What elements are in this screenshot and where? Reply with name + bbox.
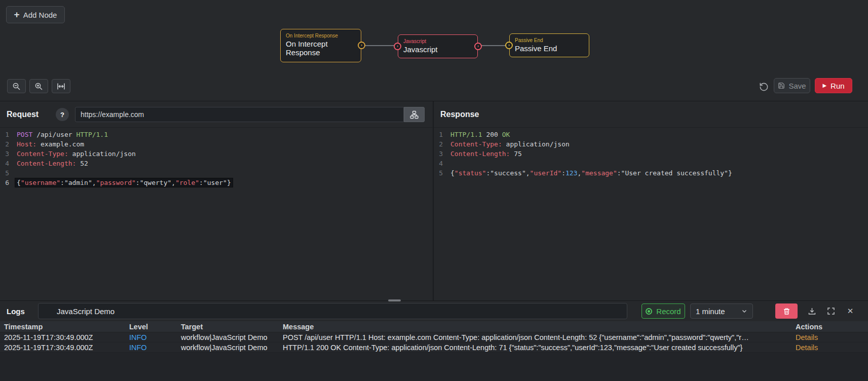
col-message: Message [283,323,796,331]
code-line: Content-Length: 52 [17,159,433,168]
response-editor[interactable]: 12345 HTTP/1.1 200 OKContent-Type: appli… [434,128,868,300]
line-number: 1 [434,130,447,139]
logs-title: Logs [7,307,25,316]
node-type-label: Passive End [515,37,584,43]
record-button[interactable]: Record [641,303,685,319]
save-label: Save [788,82,806,90]
record-label: Record [656,307,681,316]
save-icon [778,82,785,89]
sitemap-button[interactable] [404,107,425,122]
code-line [450,159,868,168]
zoom-fit-button[interactable] [52,79,70,93]
log-message: POST /api/user HTTP/1.1 Host: example.co… [283,333,796,341]
log-timestamp: 2025-11-19T17:30:49.000Z [4,344,129,352]
col-timestamp: Timestamp [4,323,129,331]
sitemap-icon [410,110,419,119]
code-line: Content-Type: application/json [17,149,433,159]
input-port[interactable]: › [394,43,401,50]
logs-search-input[interactable] [38,303,627,319]
node-on-intercept-response[interactable]: On Intercept Response On Intercept Respo… [280,29,361,62]
clear-logs-button[interactable] [775,303,798,319]
node-type-label: Javascript [403,39,472,44]
log-row: 2025-11-19T17:30:49.000ZINFOworkflow|Jav… [0,342,868,353]
code-line: {"status":"success","userId":123,"messag… [450,168,868,178]
logs-table-header: Timestamp Level Target Message Actions [0,321,868,332]
response-header: Response [434,101,868,128]
download-logs-button[interactable] [804,304,820,318]
zoom-in-icon [34,82,43,91]
input-port[interactable]: › [505,42,513,49]
close-icon: ✕ [847,307,854,316]
log-message: HTTP/1.1 200 OK Content-Type: applicatio… [283,344,796,352]
output-port[interactable]: › [358,42,365,49]
output-port[interactable]: › [474,43,482,50]
response-panel: Response 12345 HTTP/1.1 200 OKContent-Ty… [434,101,868,300]
response-title: Response [440,110,479,119]
col-target: Target [181,323,283,331]
undo-icon [759,82,769,92]
col-level: Level [129,323,181,331]
help-button[interactable]: ? [56,108,69,121]
node-title: On Intercept Response [286,40,356,57]
save-button[interactable]: Save [774,78,810,93]
line-number: 1 [0,130,14,139]
line-number: 5 [434,168,447,178]
node-javascript[interactable]: Javascript Javascript › › [398,34,478,58]
log-level: INFO [129,344,181,352]
plus-icon: + [14,10,20,19]
code-line: Content-Type: application/json [450,139,868,149]
request-editor[interactable]: 123456 POST /api/user HTTP/1.1Host: exam… [0,128,433,300]
zoom-in-button[interactable] [29,79,48,93]
node-type-label: On Intercept Response [286,33,356,39]
code-line: POST /api/user HTTP/1.1 [17,130,433,139]
log-timestamp: 2025-11-19T17:30:49.000Z [4,333,129,341]
node-title: Passive End [515,44,584,53]
line-number: 2 [0,139,14,149]
zoom-out-icon [12,82,21,91]
line-number-gutter: 123456 [0,128,14,300]
details-link[interactable]: Details [796,333,868,341]
fullscreen-icon [827,307,835,315]
zoom-out-button[interactable] [7,79,26,93]
response-code-area: HTTP/1.1 200 OKContent-Type: application… [447,128,868,300]
logs-toolbar: Logs Record 1 minute [0,301,868,321]
add-node-button[interactable]: + Add Node [6,6,65,23]
interval-dropdown[interactable]: 1 minute [690,303,753,319]
code-line: HTTP/1.1 200 OK [450,130,868,139]
request-title: Request [7,110,39,119]
line-number: 4 [0,159,14,168]
node-passive-end[interactable]: Passive End Passive End › [509,33,589,57]
line-number: 5 [0,168,14,178]
log-target: workflow|JavaScript Demo [181,333,283,341]
line-number: 4 [434,159,447,168]
log-target: workflow|JavaScript Demo [181,344,283,352]
run-button[interactable]: ▶ Run [815,78,852,93]
url-input[interactable] [75,107,404,122]
interval-value: 1 minute [696,307,725,316]
undo-button[interactable] [757,80,770,93]
code-line: Content-Length: 75 [450,149,868,159]
code-line: Host: example.com [17,139,433,149]
play-icon: ▶ [822,83,826,88]
line-number: 3 [0,149,14,159]
details-link[interactable]: Details [796,344,868,352]
line-number: 2 [434,139,447,149]
code-line [17,168,433,178]
close-logs-button[interactable]: ✕ [842,304,858,318]
fullscreen-button[interactable] [823,304,839,318]
add-node-label: Add Node [23,11,57,19]
logs-table-body: 2025-11-19T17:30:49.000ZINFOworkflow|Jav… [0,332,868,353]
code-line: {"username":"admin","password":"qwerty",… [17,178,433,187]
workflow-canvas[interactable]: + Add Node On Intercept Response On Inte… [0,0,868,101]
line-number-gutter: 12345 [434,128,447,300]
chevron-down-icon [741,308,747,314]
request-code-area: POST /api/user HTTP/1.1Host: example.com… [14,128,433,300]
run-label: Run [831,82,845,90]
node-title: Javascript [403,45,472,54]
app-root: + Add Node On Intercept Response On Inte… [0,0,868,381]
split-drag-handle[interactable] [388,299,401,301]
logs-panel: Logs Record 1 minute [0,301,868,381]
request-header: Request ? [0,101,433,128]
logs-empty-area [0,353,868,381]
log-level: INFO [129,333,181,341]
